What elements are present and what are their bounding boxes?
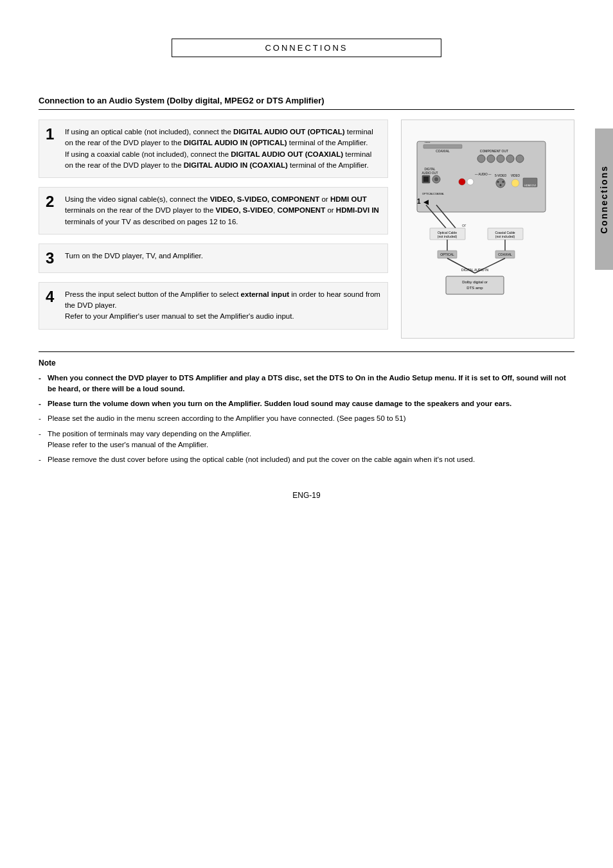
steps-column: 1 If using an optical cable (not include…	[39, 120, 388, 339]
note-item-1: When you connect the DVD player to DTS A…	[39, 373, 574, 395]
svg-text:AUDIO OUT: AUDIO OUT	[422, 172, 438, 175]
svg-point-20	[496, 179, 505, 188]
main-content: 1 If using an optical cable (not include…	[39, 120, 574, 339]
diagram-column: •••••• COAXIAL COMPONENT OUT D	[401, 120, 574, 339]
note-item-3: Please set the audio in the menu screen …	[39, 413, 574, 424]
step-4-block: 4 Press the input select button of the A…	[39, 282, 388, 330]
page-title: CONNECTIONS	[265, 43, 348, 53]
step-3-number: 3	[46, 251, 58, 266]
step-4-content: Press the input select button of the Amp…	[65, 289, 381, 323]
svg-rect-13	[423, 177, 429, 182]
step-1-number: 1	[46, 127, 58, 171]
svg-point-18	[467, 179, 474, 185]
step-3-content: Turn on the DVD player, TV, and Amplifie…	[65, 251, 203, 266]
svg-text:(not included): (not included)	[438, 235, 458, 238]
side-tab: Connections	[595, 128, 613, 270]
dvd-diagram: •••••• COAXIAL COMPONENT OUT D	[411, 138, 565, 320]
notes-section: Note When you connect the DVD player to …	[39, 351, 574, 466]
svg-text:HDMI DVI: HDMI DVI	[524, 184, 536, 187]
step-3-block: 3 Turn on the DVD player, TV, and Amplif…	[39, 244, 388, 273]
svg-text:Dolby digital or: Dolby digital or	[462, 280, 488, 284]
svg-text:COAXIAL: COAXIAL	[433, 192, 445, 195]
note-item-5: Please remove the dust cover before usin…	[39, 454, 574, 465]
step-1-content: If using an optical cable (not included)…	[65, 127, 381, 171]
step-1-block: 1 If using an optical cable (not include…	[39, 120, 388, 178]
svg-rect-50	[446, 276, 504, 294]
svg-text:DIGITAL: DIGITAL	[424, 168, 436, 171]
svg-point-25	[511, 179, 519, 187]
svg-text:COMPONENT OUT: COMPONENT OUT	[480, 149, 508, 153]
section-heading: Connection to an Audio System (Dolby dig…	[39, 96, 574, 110]
svg-point-8	[506, 155, 514, 163]
step-2-block: 2 Using the video signal cable(s), conne…	[39, 187, 388, 235]
diagram-svg: •••••• COAXIAL COMPONENT OUT D	[411, 138, 558, 318]
svg-rect-1	[423, 145, 462, 148]
svg-text:DIGITAL AUDIO IN: DIGITAL AUDIO IN	[461, 268, 489, 272]
svg-text:OPTICAL: OPTICAL	[422, 192, 434, 195]
svg-point-22	[502, 181, 504, 182]
diagram-box: •••••• COAXIAL COMPONENT OUT D	[401, 120, 574, 339]
svg-text:COAXIAL: COAXIAL	[498, 252, 512, 256]
page-title-box: CONNECTIONS	[172, 39, 441, 57]
svg-text:S-VIDEO: S-VIDEO	[495, 174, 507, 177]
svg-text:••••••: ••••••	[425, 141, 431, 144]
note-item-4: The position of terminals may vary depen…	[39, 429, 574, 451]
svg-point-6	[487, 155, 495, 163]
svg-point-15	[434, 177, 438, 181]
svg-point-17	[459, 179, 465, 185]
svg-point-5	[477, 155, 485, 163]
step-2-content: Using the video signal cable(s), connect…	[65, 194, 381, 227]
page-container: Connections CONNECTIONS Connection to an…	[0, 0, 613, 868]
svg-text:OPTICAL: OPTICAL	[440, 252, 454, 256]
svg-text:VIDEO: VIDEO	[511, 174, 520, 177]
side-tab-label: Connections	[599, 165, 609, 234]
svg-text:DTS amp: DTS amp	[466, 286, 483, 290]
svg-text:(not included): (not included)	[495, 235, 515, 238]
svg-text:COAXIAL: COAXIAL	[436, 149, 450, 153]
svg-text:or: or	[462, 223, 466, 227]
svg-text:1: 1	[417, 198, 421, 205]
svg-point-23	[500, 184, 502, 186]
svg-point-7	[497, 155, 504, 163]
note-item-2: Please turn the volume down when you tur…	[39, 398, 574, 409]
notes-title: Note	[39, 359, 574, 368]
svg-point-9	[516, 155, 524, 163]
svg-text:— AUDIO —: — AUDIO —	[475, 173, 492, 176]
step-2-number: 2	[46, 194, 58, 227]
page-number: ENG-19	[39, 491, 574, 500]
svg-point-21	[497, 181, 499, 182]
step-4-number: 4	[46, 289, 58, 323]
